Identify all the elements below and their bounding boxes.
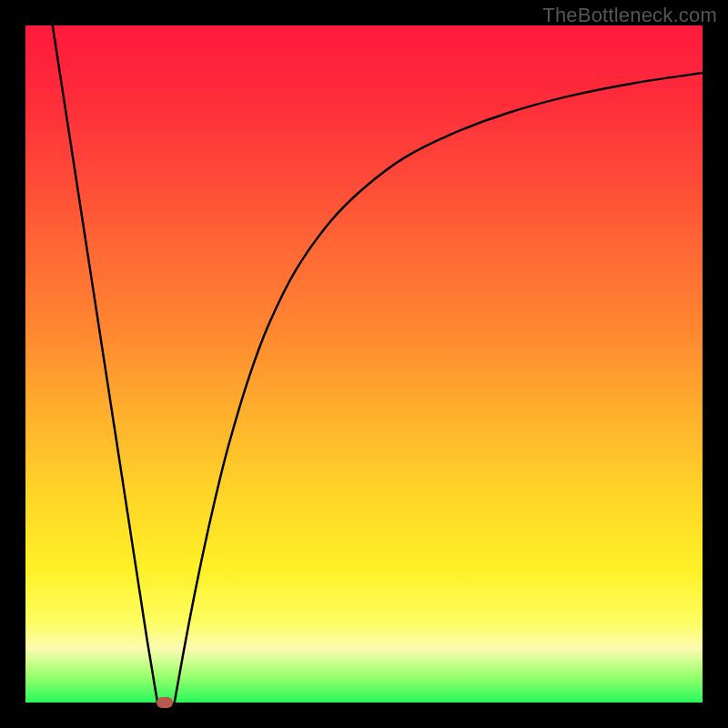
plot-gradient-area [25,25,703,703]
bottleneck-curve-right [175,73,703,703]
optimal-marker [157,697,173,708]
bottleneck-curve-left [53,25,157,703]
watermark-text: TheBottleneck.com [542,4,717,27]
bottleneck-chart: TheBottleneck.com [0,0,728,728]
curve-layer [25,25,703,703]
